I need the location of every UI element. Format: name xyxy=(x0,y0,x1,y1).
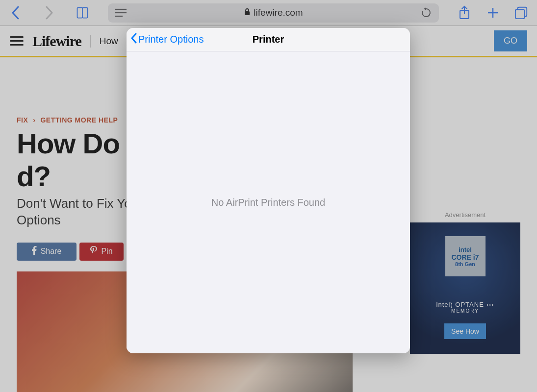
optane-line: intel) OPTANE ››› xyxy=(436,301,494,308)
back-to-printer-options-button[interactable]: Printer Options xyxy=(130,33,204,46)
address-center: lifewire.com xyxy=(244,7,303,18)
hamburger-icon[interactable] xyxy=(10,36,24,46)
chevron-left-icon xyxy=(130,33,137,46)
subtitle-line2: Options xyxy=(17,213,61,227)
no-printers-message: No AirPrint Printers Found xyxy=(211,197,325,208)
back-label: Printer Options xyxy=(138,34,204,45)
share-icon[interactable] xyxy=(458,6,471,20)
url-host: lifewire.com xyxy=(254,7,303,18)
pinterest-share-button[interactable]: Pin xyxy=(79,243,124,261)
title-part1: How Do I xyxy=(17,127,134,159)
address-bar[interactable]: lifewire.com xyxy=(108,3,439,23)
svg-rect-3 xyxy=(245,11,250,15)
lock-icon xyxy=(244,7,251,18)
popover-header: Printer Options Printer xyxy=(127,28,410,51)
safari-toolbar: lifewire.com xyxy=(0,0,537,26)
new-tab-icon[interactable] xyxy=(486,6,500,20)
optane-sub: MEMORY xyxy=(436,308,494,314)
pin-share-label: Pin xyxy=(101,247,112,256)
site-logo[interactable]: Lifewire xyxy=(32,33,81,49)
printer-popover: Printer Options Printer No AirPrint Prin… xyxy=(127,28,410,353)
chip-line3: 8th Gen xyxy=(455,261,475,267)
ad-cta-button[interactable]: See How xyxy=(444,323,486,339)
crumb-fix[interactable]: FIX xyxy=(17,116,28,124)
chip-line2: CORE i7 xyxy=(451,253,479,261)
search-row: GO xyxy=(494,30,527,51)
subtitle-line1: Don't Want to Fix Yo xyxy=(17,196,131,211)
popover-title: Printer xyxy=(253,34,284,45)
tabs-icon[interactable] xyxy=(514,6,528,20)
intel-chip-graphic: intel CORE i7 8th Gen xyxy=(445,236,486,276)
nav-section-label[interactable]: How xyxy=(100,36,118,47)
facebook-share-button[interactable]: Share xyxy=(17,243,77,261)
pinterest-icon xyxy=(90,246,97,257)
forward-icon xyxy=(42,6,56,20)
ad-column: Advertisement intel CORE i7 8th Gen inte… xyxy=(410,211,520,354)
refresh-icon[interactable] xyxy=(419,6,433,20)
fb-share-label: Share xyxy=(41,247,62,256)
ad-box[interactable]: intel CORE i7 8th Gen intel) OPTANE ››› … xyxy=(410,222,520,354)
crumb-help[interactable]: GETTING MORE HELP xyxy=(40,116,118,124)
back-icon[interactable] xyxy=(9,6,23,20)
ad-label: Advertisement xyxy=(410,211,520,219)
divider xyxy=(90,35,91,48)
optane-text: intel) OPTANE ››› MEMORY xyxy=(436,301,494,314)
chip-line1: intel xyxy=(459,246,472,253)
reader-icon[interactable] xyxy=(114,6,128,20)
popover-body: No AirPrint Printers Found xyxy=(127,51,410,353)
title-part2: d? xyxy=(17,160,51,192)
facebook-icon xyxy=(32,246,37,257)
chevron-right-icon: › xyxy=(33,116,35,124)
go-button[interactable]: GO xyxy=(494,30,527,51)
svg-rect-9 xyxy=(515,9,525,19)
nav-left-group xyxy=(9,6,89,20)
bookmarks-icon[interactable] xyxy=(76,6,89,20)
nav-right-group xyxy=(458,6,528,20)
